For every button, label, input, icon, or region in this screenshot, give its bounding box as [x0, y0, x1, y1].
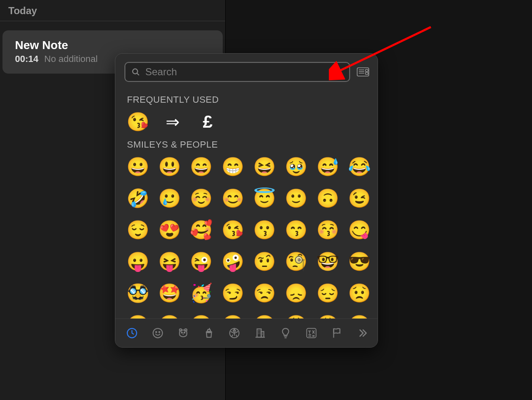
category-objects-button[interactable] — [277, 325, 294, 341]
search-icon — [131, 67, 140, 77]
chevrons-icon — [356, 327, 369, 339]
smiley-icon — [152, 327, 164, 339]
emoji-cell[interactable]: 🙁 — [158, 313, 181, 319]
category-animals-button[interactable] — [175, 325, 191, 341]
emoji-scroll-area[interactable]: FREQUENTLY USED 😘⇒£ SMILEYS & PEOPLE 😀😃😄… — [115, 86, 378, 319]
emoji-cell[interactable]: 😋 — [348, 218, 371, 242]
clock-icon — [126, 327, 138, 339]
svg-point-11 — [159, 331, 160, 333]
emoji-cell[interactable]: 😣 — [221, 313, 244, 319]
emoji-cell[interactable]: 🤓 — [316, 250, 339, 273]
emoji-pound-sign[interactable]: £ — [196, 110, 219, 133]
emoji-category-bar — [115, 319, 378, 347]
svg-rect-18 — [257, 329, 261, 337]
category-activity-button[interactable] — [226, 325, 243, 341]
emoji-cell[interactable]: 😊 — [221, 187, 244, 210]
section-label-frequently-used: FREQUENTLY USED — [127, 94, 368, 105]
emoji-cell[interactable]: 🙃 — [316, 187, 339, 210]
section-header-today: Today — [0, 0, 225, 21]
cup-icon — [203, 327, 215, 339]
emoji-cell[interactable]: 🧐 — [284, 250, 308, 273]
category-more-button[interactable] — [354, 325, 371, 341]
bear-icon — [177, 327, 189, 339]
section-label-smileys: SMILEYS & PEOPLE — [127, 139, 368, 150]
emoji-cell[interactable]: 😖 — [253, 313, 276, 319]
emoji-cell[interactable]: 😆 — [253, 155, 276, 178]
emoji-rightwards-double-arrow[interactable]: ⇒ — [161, 110, 184, 133]
emoji-cell[interactable]: 😅 — [316, 155, 339, 178]
emoji-cell[interactable]: ☹️ — [189, 313, 213, 319]
emoji-cell[interactable]: 😌 — [126, 218, 149, 242]
emoji-cell[interactable]: 😞 — [284, 281, 308, 305]
emoji-cell[interactable]: 🥲 — [158, 187, 181, 210]
category-flags-button[interactable] — [328, 325, 345, 341]
svg-point-10 — [156, 331, 157, 333]
emoji-cell[interactable]: 😇 — [253, 187, 276, 210]
emoji-cell[interactable]: 😩 — [316, 313, 339, 319]
emoji-cell[interactable]: 🥹 — [284, 155, 308, 178]
flag-icon — [331, 327, 343, 339]
emoji-cell[interactable]: 😛 — [126, 250, 149, 273]
note-time: 00:14 — [15, 54, 38, 64]
emoji-cell[interactable]: 😘 — [221, 218, 244, 242]
emoji-cell[interactable]: 🥸 — [126, 281, 149, 305]
emoji-search-input[interactable] — [145, 66, 343, 78]
emoji-cell[interactable]: 😄 — [189, 155, 213, 178]
emoji-cell[interactable]: 😁 — [221, 155, 244, 178]
emoji-cell[interactable]: 🤪 — [221, 250, 244, 273]
emoji-cell[interactable]: 🤨 — [253, 250, 276, 273]
emoji-cell[interactable]: 😫 — [284, 313, 308, 319]
emoji-cell[interactable]: ☺️ — [189, 187, 213, 210]
smileys-grid: 😀😃😄😁😆🥹😅😂🤣🥲☺️😊😇🙂🙃😉😌😍🥰😘😗😙😚😋😛😝😜🤪🤨🧐🤓😎🥸🤩🥳😏😒😞😔… — [126, 155, 368, 319]
expand-character-viewer-button[interactable] — [356, 67, 370, 77]
svg-rect-6 — [365, 69, 368, 72]
category-food-button[interactable] — [201, 325, 217, 341]
emoji-cell[interactable]: 😗 — [253, 218, 276, 242]
emoji-cell[interactable]: 😝 — [158, 250, 181, 273]
svg-rect-7 — [365, 72, 368, 74]
emoji-search-row — [115, 54, 378, 86]
svg-point-14 — [181, 332, 183, 333]
emoji-cell[interactable]: 🤣 — [126, 187, 149, 210]
emoji-cell[interactable]: 🤩 — [158, 281, 181, 305]
note-preview: No additional — [44, 54, 97, 64]
emoji-cell[interactable]: 😔 — [316, 281, 339, 305]
note-title: New Note — [15, 39, 210, 52]
emoji-search-box[interactable] — [124, 62, 350, 82]
emoji-cell[interactable]: 😚 — [316, 218, 339, 242]
soccer-icon — [228, 327, 241, 339]
frequently-used-grid: 😘⇒£ — [126, 110, 368, 133]
category-recents-button[interactable] — [124, 325, 140, 341]
emoji-cell[interactable]: 😂 — [348, 155, 371, 178]
symbols-icon — [305, 327, 318, 339]
emoji-cell[interactable]: 😃 — [158, 155, 181, 178]
category-travel-button[interactable] — [252, 325, 268, 341]
emoji-cell[interactable]: 😎 — [348, 250, 371, 273]
emoji-cell[interactable]: 😏 — [221, 281, 244, 305]
emoji-cell[interactable]: 😕 — [126, 313, 149, 319]
emoji-cell[interactable]: 🥰 — [189, 218, 213, 242]
emoji-cell[interactable]: 😟 — [348, 281, 371, 305]
emoji-cell[interactable]: 😜 — [189, 250, 213, 273]
building-icon — [254, 327, 266, 339]
emoji-cell[interactable]: 😉 — [348, 187, 371, 210]
emoji-face-blowing-a-kiss[interactable]: 😘 — [126, 110, 149, 133]
emoji-cell[interactable]: 🙂 — [284, 187, 308, 210]
bulb-icon — [279, 327, 292, 339]
svg-rect-2 — [357, 68, 369, 76]
emoji-cell[interactable]: 😙 — [284, 218, 308, 242]
svg-point-15 — [184, 332, 185, 333]
emoji-cell[interactable]: 🥺 — [348, 313, 371, 319]
category-smileys-button[interactable] — [149, 325, 166, 341]
emoji-cell[interactable]: 🥳 — [189, 281, 213, 305]
emoji-cell[interactable]: 😒 — [253, 281, 276, 305]
svg-line-1 — [137, 73, 139, 75]
emoji-picker-popover: FREQUENTLY USED 😘⇒£ SMILEYS & PEOPLE 😀😃😄… — [115, 53, 378, 348]
svg-point-9 — [153, 328, 162, 338]
category-symbols-button[interactable] — [303, 325, 320, 341]
emoji-cell[interactable]: 😍 — [158, 218, 181, 242]
emoji-cell[interactable]: 😀 — [126, 155, 149, 178]
